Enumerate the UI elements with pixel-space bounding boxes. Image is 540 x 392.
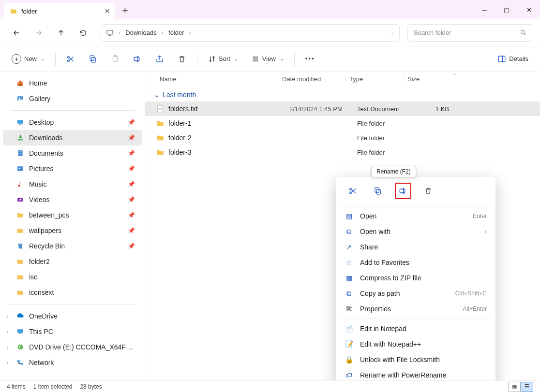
file-type: File folder [357,134,415,142]
sidebar-item-iso[interactable]: iso [3,269,142,285]
sidebar-item-documents[interactable]: Documents📌 [3,145,142,161]
folder-icon [156,148,165,157]
share-button[interactable] [150,50,169,68]
column-headers[interactable]: Name Date modified Type Size ⌄ [145,72,540,86]
nav-bar: › Downloads › folder › ⌄ Search folder [0,19,540,46]
sidebar-item-network[interactable]: ›Network [3,355,142,370]
home-icon [16,79,24,87]
paste-button[interactable] [106,50,124,68]
file-row[interactable]: folder-3File folder [145,145,540,160]
view-thumbnails-button[interactable]: ▦ [508,382,521,392]
ctx-delete-button[interactable] [420,183,436,199]
sidebar-item-recycle-bin[interactable]: Recycle Bin📌 [3,238,142,254]
ctx-copy-path[interactable]: ⧉Copy as pathCtrl+Shift+C [336,286,495,301]
minimize-button[interactable]: ─ [473,0,495,19]
ctx-share[interactable]: ↗Share [336,239,495,255]
tab-close-icon[interactable]: ✕ [105,7,110,15]
file-row[interactable]: folders.txt2/14/2024 1:45 PMText Documen… [145,102,540,116]
chevron-down-icon[interactable]: ⌄ [390,30,394,35]
address-bar[interactable]: › Downloads › folder › ⌄ [101,24,400,42]
column-date[interactable]: Date modified [278,75,345,83]
group-header[interactable]: ⌄Last month [145,86,540,102]
forward-button[interactable] [29,24,48,42]
ctx-compress[interactable]: ▦Compress to ZIP file [336,270,495,286]
ctx-open[interactable]: ▤OpenEnter [336,208,495,224]
ctx-properties[interactable]: 🛠PropertiesAlt+Enter [336,301,495,317]
svg-rect-13 [17,120,23,123]
sidebar-item-dvd[interactable]: ›DDVD Drive (E:) CCCOMA_X64FRE_EN-US_DV [3,339,142,355]
sidebar-item-gallery[interactable]: Gallery [3,91,142,106]
svg-rect-39 [400,189,405,193]
pin-icon: 📌 [128,212,135,218]
delete-button[interactable] [173,50,191,68]
column-type[interactable]: Type [345,75,404,83]
ctx-edit-notepad[interactable]: 📄Edit in Notepad [336,321,495,336]
up-button[interactable] [51,24,71,42]
ctx-unlock-locksmith[interactable]: 🔒Unlock with File Locksmith [336,352,495,367]
close-window-button[interactable]: ✕ [518,0,540,19]
copy-button[interactable] [84,50,102,68]
rename-icon [399,187,407,195]
ctx-edit-notepadpp[interactable]: 📝Edit with Notepad++ [336,336,495,352]
more-button[interactable]: ••• [300,50,320,68]
view-button[interactable]: View⌄ [247,50,288,68]
ctx-add-favorites[interactable]: ☆Add to Favorites [336,255,495,270]
sidebar-item-home[interactable]: Home [3,75,142,91]
maximize-button[interactable]: ▢ [495,0,518,19]
sidebar-item-videos[interactable]: Videos📌 [3,192,142,207]
sidebar-icon [16,180,24,188]
pin-icon: 📌 [128,243,135,249]
svg-rect-31 [158,105,163,112]
sidebar-item-folder2[interactable]: folder2 [3,254,142,269]
column-size[interactable]: Size [404,75,437,83]
sidebar-item-music[interactable]: Music📌 [3,176,142,192]
view-details-button[interactable]: ☰ [521,382,533,392]
back-button[interactable] [7,24,26,42]
column-name[interactable]: Name [157,75,278,83]
rename-button[interactable] [128,50,147,68]
chevron-down-icon: ⌄ [41,56,45,61]
cut-button[interactable] [61,50,80,68]
sidebar-item-downloads[interactable]: Downloads📌 [3,130,142,145]
ctx-cut-button[interactable] [345,183,361,199]
svg-rect-22 [20,182,20,186]
new-tab-button[interactable]: + [122,4,128,17]
refresh-button[interactable] [74,24,93,42]
new-button[interactable]: +New⌄ [7,50,49,68]
sidebar-item-between_pcs[interactable]: between_pcs📌 [3,207,142,223]
sort-indicator-icon: ⌄ [452,72,456,76]
file-size: 1 KB [415,105,449,113]
divider [341,206,491,206]
sidebar-item-pictures[interactable]: Pictures📌 [3,161,142,176]
file-type: File folder [357,120,415,127]
file-row[interactable]: folder-1File folder [145,116,540,131]
svg-rect-15 [18,139,23,140]
search-box[interactable]: Search folder [407,24,533,42]
ctx-copy-button[interactable] [370,183,386,199]
navigation-pane[interactable]: Home Gallery Desktop📌Downloads📌Documents… [0,72,145,380]
sidebar-item-onedrive[interactable]: ›OneDrive [3,308,142,324]
chevron-right-icon: › [119,29,120,36]
divider [341,319,491,319]
pin-icon: 📌 [128,227,135,234]
sidebar-item-this[interactable]: ›This PC [3,324,142,339]
breadcrumb-segment[interactable]: folder [168,29,184,36]
breadcrumb-segment[interactable]: Downloads [125,29,156,36]
openwith-icon: ⧉ [345,228,353,236]
svg-rect-8 [134,57,139,61]
file-row[interactable]: folder-2File folder [145,131,540,145]
trash-icon [178,55,186,63]
sidebar-item-wallpapers[interactable]: wallpapers📌 [3,223,142,238]
details-pane-button[interactable]: Details [493,50,533,68]
sort-button[interactable]: Sort⌄ [203,50,243,68]
sidebar-item-desktop[interactable]: Desktop📌 [3,115,142,130]
ctx-powerrename[interactable]: 🏷Rename with PowerRename [336,367,495,380]
ctx-rename-button[interactable] [395,183,411,199]
notepadpp-icon: 📝 [345,340,353,348]
ctx-open-with[interactable]: ⧉Open with› [336,224,495,239]
window-tab[interactable]: folder ✕ [4,3,115,19]
chevron-right-icon: › [7,344,9,350]
status-bytes: 28 bytes [80,383,102,390]
sidebar-item-iconsext[interactable]: iconsext [3,285,142,300]
command-toolbar: +New⌄ Sort⌄ View⌄ ••• Details [0,46,540,72]
